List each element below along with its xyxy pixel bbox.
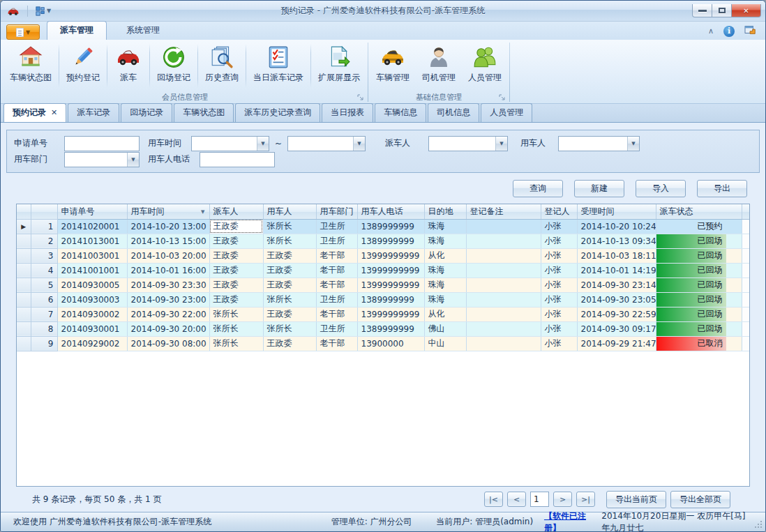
grid-cell[interactable] bbox=[466, 307, 541, 321]
row-indicator[interactable] bbox=[17, 307, 31, 321]
grid-cell[interactable] bbox=[466, 336, 541, 351]
grid-cell[interactable]: 1389999999 bbox=[357, 292, 424, 307]
daily-dispatch-record-button[interactable]: 当日派车记录 bbox=[247, 41, 310, 91]
phone-input[interactable] bbox=[200, 152, 275, 167]
reservation-register-button[interactable]: 预约登记 bbox=[60, 41, 106, 91]
grid-cell[interactable]: 王政委 bbox=[263, 248, 316, 263]
import-button[interactable]: 导入 bbox=[636, 180, 686, 197]
vehicle-manage-button[interactable]: 车辆管理 bbox=[370, 41, 416, 91]
export-all-pages-button[interactable]: 导出全部页 bbox=[670, 491, 730, 508]
doc-tab-daily-report[interactable]: 当日报表 bbox=[322, 103, 373, 122]
grid-cell[interactable] bbox=[466, 219, 541, 234]
grid-cell[interactable]: 老干部 bbox=[316, 263, 357, 278]
grid-cell[interactable] bbox=[466, 278, 541, 292]
grid-cell[interactable]: 王政委 bbox=[263, 278, 316, 292]
row-number[interactable]: 9 bbox=[31, 336, 57, 351]
grid-cell[interactable] bbox=[466, 248, 541, 263]
doc-tab-return-records[interactable]: 回场记录 bbox=[121, 103, 172, 122]
grid-cell[interactable] bbox=[466, 292, 541, 307]
doc-tab-driver-info[interactable]: 司机信息 bbox=[428, 103, 479, 122]
close-tab-icon[interactable]: ✕ bbox=[51, 108, 57, 117]
chevron-down-icon[interactable]: ▼ bbox=[495, 137, 507, 151]
grid-cell[interactable]: 老干部 bbox=[316, 248, 357, 263]
column-header-destination[interactable]: 目的地 bbox=[424, 204, 466, 219]
current-row-indicator[interactable]: ▶ bbox=[17, 219, 31, 234]
next-page-button[interactable]: > bbox=[553, 492, 572, 507]
grid-cell[interactable]: 王政委 bbox=[263, 307, 316, 321]
grid-cell[interactable]: 13900000 bbox=[357, 336, 424, 351]
scrollbar-track[interactable] bbox=[742, 307, 750, 321]
switch-window-icon[interactable] bbox=[744, 24, 757, 38]
dialog-launcher-icon[interactable] bbox=[499, 94, 506, 101]
table-row[interactable]: 3201410030012014-10-03 20:00王政委王政委老干部139… bbox=[17, 248, 750, 263]
dispatcher-combo[interactable]: ▼ bbox=[428, 136, 508, 151]
table-row[interactable]: 7201409300022014-09-30 22:00张所长王政委老干部139… bbox=[17, 307, 750, 321]
grid-cell[interactable]: 1389999999 bbox=[357, 219, 424, 234]
doc-tab-reservation-records[interactable]: 预约记录 ✕ bbox=[3, 103, 66, 122]
dispatch-status-cell[interactable]: 已回场 bbox=[656, 321, 742, 336]
grid-cell[interactable]: 20141020001 bbox=[57, 219, 127, 234]
grid-cell[interactable]: 1389999999 bbox=[357, 234, 424, 248]
row-indicator[interactable] bbox=[17, 263, 31, 278]
grid-cell[interactable]: 珠海 bbox=[424, 278, 466, 292]
doc-tab-vehicle-status-map[interactable]: 车辆状态图 bbox=[174, 103, 234, 122]
grid-cell[interactable] bbox=[466, 234, 541, 248]
dispatch-status-cell[interactable]: 已回场 bbox=[656, 307, 742, 321]
last-page-button[interactable]: >| bbox=[576, 492, 595, 507]
column-header-remark[interactable]: 登记备注 bbox=[466, 204, 541, 219]
row-number[interactable]: 7 bbox=[31, 307, 57, 321]
grid-cell[interactable]: 1389999999 bbox=[357, 321, 424, 336]
grid-cell[interactable]: 2014-09-29 21:47 bbox=[577, 336, 656, 351]
scrollbar-track[interactable] bbox=[742, 234, 750, 248]
grid-cell[interactable]: 张所长 bbox=[263, 321, 316, 336]
grid-cell[interactable]: 2014-09-30 08:00 bbox=[127, 336, 209, 351]
row-indicator[interactable] bbox=[17, 321, 31, 336]
doc-tab-dispatch-records[interactable]: 派车记录 bbox=[68, 103, 119, 122]
scrollbar-track[interactable] bbox=[742, 263, 750, 278]
doc-tab-dispatch-history-query[interactable]: 派车历史记录查询 bbox=[235, 103, 320, 122]
grid-cell[interactable]: 老干部 bbox=[316, 278, 357, 292]
prev-page-button[interactable]: < bbox=[507, 492, 526, 507]
grid-cell[interactable]: 张所长 bbox=[263, 234, 316, 248]
table-row[interactable]: 5201409300052014-09-30 23:30王政委王政委老干部139… bbox=[17, 278, 750, 292]
dispatch-status-cell[interactable]: 已回场 bbox=[656, 234, 742, 248]
scrollbar-track[interactable] bbox=[742, 336, 750, 351]
grid-cell[interactable]: 2014-10-01 14:19 bbox=[577, 263, 656, 278]
grid-cell[interactable]: 卫生所 bbox=[316, 234, 357, 248]
grid-cell[interactable]: 王政委 bbox=[209, 263, 263, 278]
grid-cell[interactable]: 从化 bbox=[424, 248, 466, 263]
grid-cell[interactable]: 王政委 bbox=[209, 234, 263, 248]
grid-cell[interactable]: 珠海 bbox=[424, 263, 466, 278]
grid-cell[interactable]: 张所长 bbox=[263, 219, 316, 234]
column-header-request-no[interactable]: 申请单号 bbox=[57, 204, 127, 219]
collapse-ribbon-icon[interactable]: ∧ bbox=[708, 26, 714, 36]
grid-cell[interactable]: 张所长 bbox=[263, 292, 316, 307]
grid-cell[interactable]: 20140930005 bbox=[57, 278, 127, 292]
grid-cell[interactable]: 2014-09-30 09:17 bbox=[577, 321, 656, 336]
export-button[interactable]: 导出 bbox=[697, 180, 747, 197]
grid-cell[interactable]: 张所长 bbox=[209, 307, 263, 321]
dept-combo[interactable]: ▼ bbox=[64, 152, 140, 167]
grid-cell[interactable]: 珠海 bbox=[424, 234, 466, 248]
column-header-accept-time[interactable]: 受理时间 bbox=[577, 204, 656, 219]
vehicle-status-map-button[interactable]: 车辆状态图 bbox=[3, 41, 58, 91]
grid-cell[interactable]: 佛山 bbox=[424, 321, 466, 336]
page-number-input[interactable] bbox=[530, 492, 549, 507]
column-header-phone[interactable]: 用车人电话 bbox=[357, 204, 424, 219]
info-icon[interactable]: i bbox=[723, 26, 735, 37]
grid-cell[interactable]: 小张 bbox=[541, 321, 577, 336]
grid-cell[interactable]: 20141001001 bbox=[57, 263, 127, 278]
table-row[interactable]: 2201410130012014-10-13 15:00王政委张所长卫生所138… bbox=[17, 234, 750, 248]
grid-cell[interactable]: 13999999999 bbox=[357, 278, 424, 292]
chevron-down-icon[interactable]: ▼ bbox=[127, 153, 139, 167]
column-header-use-time[interactable]: 用车时间▼ bbox=[127, 204, 209, 219]
dispatch-status-cell[interactable]: 已回场 bbox=[656, 278, 742, 292]
grid-cell[interactable]: 2014-10-03 20:00 bbox=[127, 248, 209, 263]
grid-cell[interactable]: 2014-10-01 16:00 bbox=[127, 263, 209, 278]
row-number[interactable]: 8 bbox=[31, 321, 57, 336]
use-time-to-combo[interactable]: ▼ bbox=[287, 136, 366, 151]
grid-cell[interactable]: 20140930002 bbox=[57, 307, 127, 321]
dispatch-status-cell[interactable]: 已回场 bbox=[656, 292, 742, 307]
row-indicator[interactable] bbox=[17, 234, 31, 248]
dispatch-status-cell[interactable]: 已回场 bbox=[656, 263, 742, 278]
